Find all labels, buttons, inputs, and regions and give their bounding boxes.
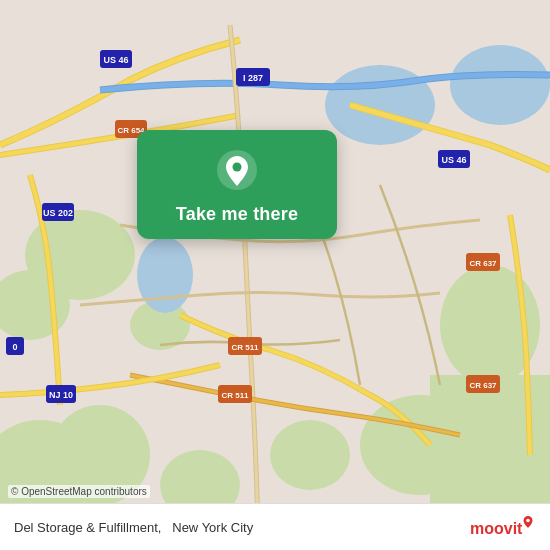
svg-text:US 46: US 46 [441, 155, 466, 165]
svg-point-39 [526, 519, 530, 523]
svg-point-13 [450, 45, 550, 125]
svg-text:US 46: US 46 [103, 55, 128, 65]
svg-point-11 [137, 237, 193, 313]
moovit-logo-svg: moovit [468, 514, 536, 540]
place-name: Del Storage & Fulfillment, New York City [14, 520, 253, 535]
svg-point-6 [270, 420, 350, 490]
svg-text:I 287: I 287 [243, 73, 263, 83]
svg-text:US 202: US 202 [43, 208, 73, 218]
map-container: US 46 I 287 CR 654 US 202 US 46 CR 637 C… [0, 0, 550, 550]
svg-point-37 [233, 163, 242, 172]
svg-text:CR 511: CR 511 [221, 391, 249, 400]
map-background: US 46 I 287 CR 654 US 202 US 46 CR 637 C… [0, 0, 550, 550]
osm-attribution: © OpenStreetMap contributors [8, 485, 150, 498]
svg-text:0: 0 [12, 342, 17, 352]
svg-text:CR 511: CR 511 [231, 343, 259, 352]
location-pin-icon [215, 148, 259, 192]
bottom-bar: Del Storage & Fulfillment, New York City… [0, 503, 550, 550]
svg-text:CR 637: CR 637 [469, 259, 497, 268]
svg-text:moovit: moovit [470, 520, 523, 537]
svg-text:CR 637: CR 637 [469, 381, 497, 390]
take-me-there-label: Take me there [176, 204, 298, 225]
svg-text:NJ 10: NJ 10 [49, 390, 73, 400]
moovit-logo: moovit [468, 514, 536, 540]
take-me-there-card[interactable]: Take me there [137, 130, 337, 239]
